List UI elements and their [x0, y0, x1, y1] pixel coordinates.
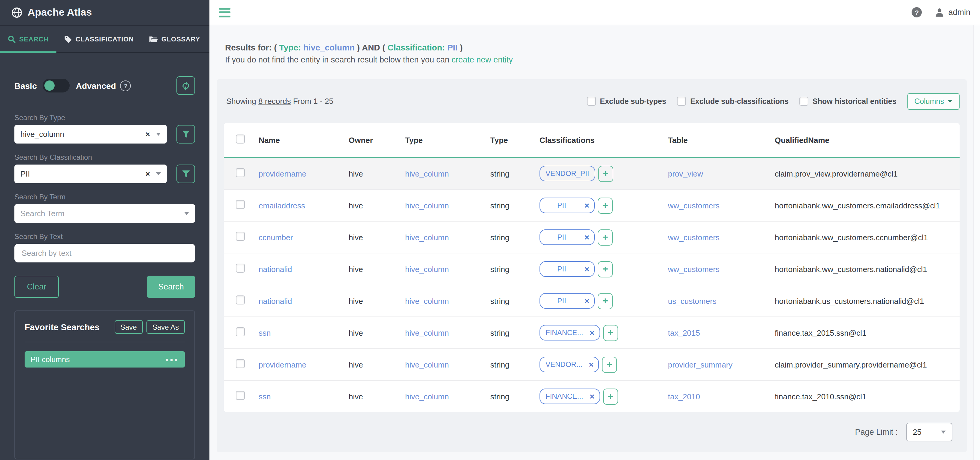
table-row: ccnumber hive hive_column string PII × +… [224, 221, 959, 253]
menu-icon[interactable] [219, 8, 231, 17]
header-owner: Owner [343, 123, 399, 157]
classification-badge[interactable]: PII × [539, 261, 595, 277]
add-classification-button[interactable]: + [598, 229, 613, 245]
entity-name-link[interactable]: nationalid [259, 296, 292, 305]
add-classification-button[interactable]: + [603, 324, 618, 341]
qualified-name-text: hortoniabank.us_customers.nationalid@cl1 [775, 296, 924, 305]
remove-classification-icon[interactable]: × [589, 360, 593, 369]
table-link[interactable]: tax_2010 [668, 392, 700, 401]
row-checkbox[interactable] [236, 391, 245, 400]
entity-type-link[interactable]: hive_column [405, 265, 449, 273]
remove-classification-icon[interactable]: × [584, 201, 589, 210]
classification-attribute-filter-button[interactable] [177, 165, 195, 183]
add-classification-button[interactable]: + [598, 293, 613, 309]
qualified-name-text: finance.tax_2010.ssn@cl1 [775, 392, 866, 401]
remove-classification-icon[interactable]: × [590, 328, 594, 337]
entity-name-link[interactable]: providername [259, 169, 306, 178]
tab-search[interactable]: SEARCH [0, 26, 56, 52]
columns-button[interactable]: Columns [907, 93, 959, 110]
classification-badge[interactable]: VENDOR_PII [539, 166, 595, 181]
table-link[interactable]: ww_customers [668, 201, 719, 210]
row-checkbox[interactable] [236, 295, 245, 305]
remove-classification-icon[interactable]: × [584, 264, 589, 274]
term-select-placeholder: Search Term [21, 209, 184, 218]
page-limit-caret-icon [941, 431, 946, 434]
row-checkbox[interactable] [236, 359, 245, 368]
save-button[interactable]: Save [115, 320, 143, 334]
classification-select[interactable]: PII × [14, 165, 167, 183]
add-classification-button[interactable]: + [598, 197, 613, 214]
advanced-help-icon[interactable]: ? [120, 80, 131, 91]
save-as-button[interactable]: Save As [146, 320, 185, 334]
classification-badge[interactable]: VENDOR... × [539, 357, 599, 372]
entity-type-link[interactable]: hive_column [405, 328, 449, 337]
more-options-icon[interactable]: ●●● [165, 356, 179, 363]
row-checkbox[interactable] [236, 200, 245, 209]
results-type-label: Type: [279, 43, 301, 52]
entity-name-link[interactable]: nationalid [259, 265, 292, 273]
entity-type-link[interactable]: hive_column [405, 201, 449, 210]
table-link[interactable]: ww_customers [668, 233, 719, 242]
refresh-button[interactable] [177, 76, 195, 95]
favorite-search-item[interactable]: PII columns ●●● [25, 351, 185, 367]
tab-classification[interactable]: CLASSIFICATION [56, 26, 142, 52]
remove-classification-icon[interactable]: × [584, 296, 589, 306]
show-historical-checkbox[interactable] [799, 97, 808, 106]
sidebar-tabs: SEARCH CLASSIFICATION GLOSSARY [0, 26, 210, 53]
entity-type-link[interactable]: hive_column [405, 360, 449, 369]
tab-glossary[interactable]: GLOSSARY [142, 26, 208, 52]
add-classification-button[interactable]: + [598, 261, 613, 277]
entity-type-link[interactable]: hive_column [405, 233, 449, 242]
help-icon[interactable]: ? [912, 7, 922, 18]
data-type-text: string [490, 265, 509, 273]
exclude-subtypes-checkbox[interactable] [587, 97, 596, 106]
type-clear-icon[interactable]: × [146, 130, 150, 139]
table-link[interactable]: us_customers [668, 296, 716, 305]
create-new-entity-link[interactable]: create new entity [452, 55, 513, 64]
table-link[interactable]: prov_view [668, 169, 703, 178]
entity-type-link[interactable]: hive_column [405, 169, 449, 178]
select-all-checkbox[interactable] [236, 134, 245, 144]
row-checkbox[interactable] [236, 327, 245, 336]
classification-badge[interactable]: FINANCE... × [539, 388, 600, 404]
table-link[interactable]: ww_customers [668, 265, 719, 273]
classification-badge[interactable]: PII × [539, 198, 595, 213]
term-select[interactable]: Search Term [14, 204, 195, 223]
search-button[interactable]: Search [147, 276, 195, 298]
scrollbar-track[interactable] [974, 25, 980, 460]
entity-name-link[interactable]: emailaddress [259, 201, 305, 210]
add-classification-button[interactable]: + [603, 388, 618, 404]
classification-badge[interactable]: FINANCE... × [539, 325, 600, 340]
records-count-link[interactable]: 8 records [258, 97, 291, 106]
classification-clear-icon[interactable]: × [146, 169, 150, 178]
entity-type-link[interactable]: hive_column [405, 392, 449, 401]
entity-name-link[interactable]: ssn [259, 392, 270, 401]
exclude-subclassifications-checkbox[interactable] [677, 97, 686, 106]
basic-advanced-toggle[interactable] [43, 79, 70, 93]
results-type-value: hive_column [303, 43, 355, 52]
page-limit-select[interactable]: 25 [906, 423, 952, 441]
entity-name-link[interactable]: providername [259, 360, 306, 369]
remove-classification-icon[interactable]: × [590, 391, 594, 401]
table-link[interactable]: provider_summary [668, 360, 732, 369]
classification-badge[interactable]: PII × [539, 293, 595, 309]
type-attribute-filter-button[interactable] [177, 125, 195, 144]
apache-atlas-page: Apache Atlas SEARCH CLASSIFICATION GLOSS… [0, 0, 980, 460]
add-classification-button[interactable]: + [598, 165, 613, 182]
search-text-input[interactable] [14, 244, 195, 262]
owner-text: hive [349, 201, 363, 210]
remove-classification-icon[interactable]: × [584, 232, 589, 242]
table-link[interactable]: tax_2015 [668, 328, 700, 337]
row-checkbox[interactable] [236, 168, 245, 177]
add-classification-button[interactable]: + [602, 356, 617, 373]
entity-type-link[interactable]: hive_column [405, 296, 449, 305]
classification-badge[interactable]: PII × [539, 229, 595, 245]
qualified-name-text: hortoniabank.ww_customers.emailaddress@c… [775, 201, 940, 210]
entity-name-link[interactable]: ssn [259, 328, 270, 337]
row-checkbox[interactable] [236, 264, 245, 273]
row-checkbox[interactable] [236, 232, 245, 241]
user-menu[interactable]: admin [935, 8, 970, 17]
entity-name-link[interactable]: ccnumber [259, 233, 293, 242]
clear-button[interactable]: Clear [14, 276, 59, 298]
type-select[interactable]: hive_column × [14, 125, 167, 144]
